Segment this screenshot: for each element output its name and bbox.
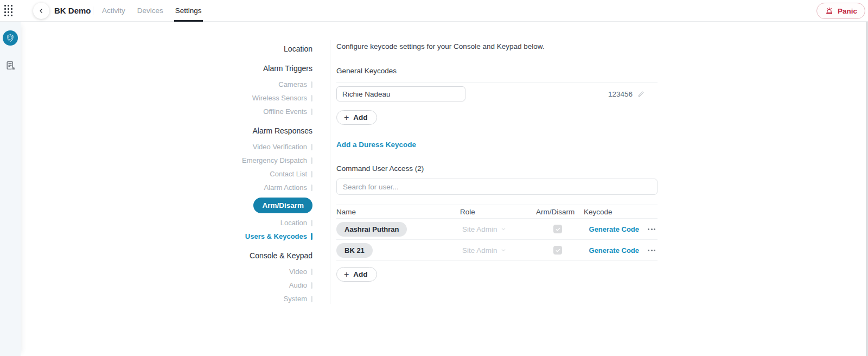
row-menu-button[interactable] (647, 247, 656, 253)
add-keycode-button[interactable]: Add (336, 110, 377, 125)
table-row: BK 21 Site Admin Generate Code (336, 240, 658, 261)
nav-item-label: Location (280, 218, 307, 227)
role-select[interactable]: Site Admin (460, 246, 536, 255)
topbar-divider (93, 7, 93, 15)
check-icon (555, 226, 561, 232)
nav-item-location[interactable]: Location (280, 218, 312, 227)
nav-tick (311, 109, 312, 115)
site-name: BK Demo (54, 0, 91, 22)
arm-disarm-checkbox[interactable] (553, 246, 562, 255)
nav-item-cameras[interactable]: Cameras (278, 80, 312, 89)
report-icon (5, 60, 16, 71)
panic-label: Panic (838, 7, 857, 15)
ellipsis-icon (648, 228, 649, 230)
nav-tick (311, 157, 312, 164)
keycode-value-group: 123456 (608, 90, 658, 98)
nav-tick (311, 81, 312, 88)
general-keycodes-title: General Keycodes (336, 67, 658, 75)
nav-item-contact-list[interactable]: Contact List (270, 169, 312, 179)
user-chip[interactable]: BK 21 (336, 243, 373, 258)
column-header-role: Role (460, 208, 536, 216)
nav-header-alarm-triggers[interactable]: Alarm Triggers (263, 63, 312, 73)
nav-item-label: Video (289, 267, 307, 276)
nav-item-users-keycodes[interactable]: Users & Keycodes (245, 232, 312, 241)
command-user-access-title: Command User Access (2) (336, 164, 658, 173)
nav-item-video[interactable]: Video (289, 267, 312, 276)
generate-code-link[interactable]: Generate Code (589, 246, 639, 255)
nav-item-label: Contact List (270, 169, 307, 179)
user-search-input[interactable] (336, 179, 658, 195)
arm-disarm-checkbox[interactable] (553, 225, 562, 233)
nav-item-label: Users & Keycodes (245, 232, 307, 241)
nav-item-system[interactable]: System (284, 294, 312, 303)
generate-code-link[interactable]: Generate Code (589, 225, 639, 233)
nav-tick (311, 269, 312, 275)
role-select[interactable]: Site Admin (460, 225, 536, 233)
column-header-keycode: Keycode (584, 208, 658, 216)
table-header-row: Name Role Arm/Disarm Keycode (336, 205, 658, 219)
chevron-down-icon (501, 247, 506, 253)
shield-icon (6, 34, 15, 42)
tab-devices[interactable]: Devices (131, 0, 169, 22)
nav-item-alarm-actions[interactable]: Alarm Actions (264, 183, 312, 192)
top-bar: BK Demo Activity Devices Settings Panic (0, 0, 868, 22)
nav-item-audio[interactable]: Audio (289, 281, 312, 290)
nav-item-label: Video Verification (253, 142, 307, 151)
row-menu-button[interactable] (647, 226, 656, 232)
table-row: Aashrai Puthran Site Admin Generate Code (336, 219, 658, 240)
nav-header-alarm-responses[interactable]: Alarm Responses (253, 126, 313, 136)
panic-button[interactable]: Panic (816, 3, 865, 19)
check-icon (555, 247, 561, 253)
nav-item-offline-events[interactable]: Offline Events (263, 107, 312, 116)
topbar-tabs: Activity Devices Settings (96, 0, 208, 22)
tab-settings[interactable]: Settings (169, 0, 208, 22)
nav-tick (311, 185, 312, 191)
siren-icon (825, 7, 834, 16)
nav-item-wireless-sensors[interactable]: Wireless Sensors (252, 93, 312, 103)
nav-tick (311, 95, 312, 101)
content-divider (330, 40, 330, 304)
nav-header-console-keypad[interactable]: Console & Keypad (250, 251, 312, 260)
nav-tick (311, 171, 312, 177)
chevron-down-icon (501, 226, 506, 232)
main-content: Configure keycode settings for your Cons… (336, 38, 658, 282)
nav-tick (311, 282, 312, 289)
add-user-button[interactable]: Add (336, 267, 377, 282)
nav-item-label: Emergency Dispatch (242, 156, 307, 165)
nav-item-video-verification[interactable]: Video Verification (253, 142, 312, 151)
nav-item-label: Wireless Sensors (252, 93, 307, 103)
edit-keycode-button[interactable] (637, 91, 644, 98)
back-button[interactable] (33, 3, 49, 19)
plus-icon (344, 113, 349, 122)
role-select-value: Site Admin (462, 246, 497, 255)
tab-activity[interactable]: Activity (96, 0, 131, 22)
add-duress-keycode-link[interactable]: Add a Duress Keycode (336, 141, 416, 149)
keycode-cell: Generate Code (584, 246, 658, 255)
nav-item-label: System (284, 294, 307, 303)
nav-tick (311, 144, 312, 150)
nav-tick (311, 220, 312, 226)
nav-item-location-section[interactable]: Location (284, 44, 312, 54)
nav-tick-active (311, 233, 312, 240)
user-chip[interactable]: Aashrai Puthran (336, 222, 407, 237)
nav-item-label: Alarm Actions (264, 183, 307, 192)
keycode-cell: Generate Code (584, 225, 658, 233)
sidebar-item-reports[interactable] (3, 58, 18, 73)
pencil-icon (637, 91, 644, 98)
add-keycode-label: Add (353, 113, 367, 122)
app-grid-button[interactable] (4, 5, 16, 18)
settings-nav: Location Alarm Triggers Cameras Wireless… (206, 44, 312, 303)
keycode-value: 123456 (608, 90, 633, 98)
app-grid-icon (4, 5, 6, 7)
keycode-name-input[interactable] (336, 86, 465, 101)
arm-disarm-button[interactable]: Arm/Disarm (253, 198, 312, 213)
icon-rail (0, 22, 21, 356)
add-user-label: Add (353, 270, 367, 278)
ellipsis-icon (648, 250, 649, 251)
sidebar-item-alarms[interactable] (3, 30, 18, 46)
nav-item-emergency-dispatch[interactable]: Emergency Dispatch (242, 156, 312, 165)
role-select-value: Site Admin (462, 225, 497, 233)
plus-icon (344, 270, 349, 279)
nav-item-label: Offline Events (263, 107, 307, 116)
nav-item-label: Audio (289, 281, 307, 290)
